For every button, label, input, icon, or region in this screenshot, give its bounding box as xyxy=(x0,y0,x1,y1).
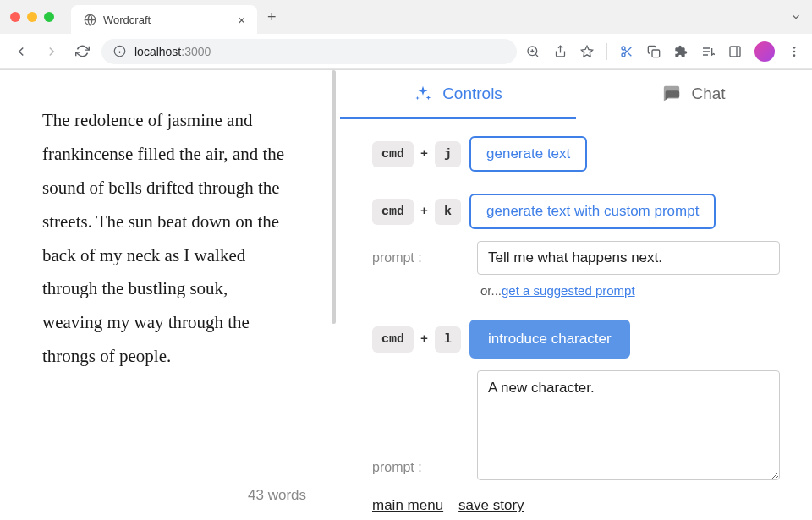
menu-icon[interactable] xyxy=(787,44,802,59)
prompt-label: prompt : xyxy=(372,250,465,265)
address-bar[interactable]: localhost:3000 xyxy=(102,39,517,64)
key-cmd: cmd xyxy=(372,141,414,167)
tab-overflow-button[interactable] xyxy=(790,11,802,23)
close-window-button[interactable] xyxy=(10,12,20,22)
svg-rect-5 xyxy=(652,50,660,57)
generate-text-button[interactable]: generate text xyxy=(469,136,587,172)
svg-point-7 xyxy=(793,47,796,49)
sparkle-icon xyxy=(414,85,432,103)
maximize-window-button[interactable] xyxy=(44,12,54,22)
story-text[interactable]: The redolence of jasmine and frankincens… xyxy=(42,104,289,374)
generate-custom-button[interactable]: generate text with custom prompt xyxy=(469,194,716,229)
back-button[interactable] xyxy=(10,41,32,63)
info-icon xyxy=(113,45,126,57)
prompt-label: prompt : xyxy=(372,460,465,475)
key-l: l xyxy=(435,326,461,353)
forward-button[interactable] xyxy=(41,41,63,63)
close-tab-button[interactable]: × xyxy=(238,13,245,27)
extensions-icon[interactable] xyxy=(673,44,689,59)
copy-icon[interactable] xyxy=(646,44,661,59)
window-controls[interactable] xyxy=(10,12,54,22)
scissors-icon[interactable] xyxy=(619,44,634,59)
key-cmd: cmd xyxy=(372,326,414,353)
sidepanel-icon[interactable] xyxy=(727,44,743,59)
editor-pane[interactable]: The redolence of jasmine and frankincens… xyxy=(0,70,332,520)
profile-avatar[interactable] xyxy=(754,41,775,62)
globe-icon xyxy=(83,13,96,26)
zoom-icon[interactable] xyxy=(525,44,540,59)
svg-point-8 xyxy=(793,50,796,52)
word-count: 43 words xyxy=(248,487,306,504)
pane-splitter[interactable] xyxy=(332,70,340,520)
key-j: j xyxy=(435,141,461,167)
reading-list-icon[interactable] xyxy=(700,44,716,59)
key-plus: + xyxy=(420,332,428,347)
tab-chat-label: Chat xyxy=(691,85,725,103)
shortcut-introduce-character: cmd + l xyxy=(372,326,461,353)
key-cmd: cmd xyxy=(372,199,414,225)
key-plus: + xyxy=(420,205,428,219)
tab-chat[interactable]: Chat xyxy=(576,70,812,119)
browser-tab[interactable]: Wordcraft × xyxy=(71,5,257,34)
svg-rect-6 xyxy=(730,47,740,57)
suggested-prompt-link[interactable]: get a suggested prompt xyxy=(502,283,635,298)
new-tab-button[interactable]: + xyxy=(267,8,277,26)
save-story-link[interactable]: save story xyxy=(458,497,524,514)
introduce-character-button[interactable]: introduce character xyxy=(469,320,630,359)
address-port: :3000 xyxy=(181,45,211,58)
key-plus: + xyxy=(420,147,428,161)
minimize-window-button[interactable] xyxy=(27,12,37,22)
character-prompt-textarea[interactable] xyxy=(477,370,780,480)
shortcut-custom-prompt: cmd + k xyxy=(372,199,461,225)
key-k: k xyxy=(435,199,461,225)
or-text: or... xyxy=(480,283,502,298)
reload-button[interactable] xyxy=(71,41,93,63)
star-icon[interactable] xyxy=(579,44,595,59)
share-icon[interactable] xyxy=(552,44,568,59)
chat-icon xyxy=(662,85,681,103)
tab-title: Wordcraft xyxy=(103,14,151,26)
shortcut-generate-text: cmd + j xyxy=(372,141,461,167)
svg-point-9 xyxy=(793,54,796,57)
address-host: localhost xyxy=(134,45,181,58)
main-menu-link[interactable]: main menu xyxy=(372,497,443,514)
tab-controls[interactable]: Controls xyxy=(340,70,576,119)
custom-prompt-input[interactable] xyxy=(477,241,780,275)
tab-controls-label: Controls xyxy=(442,85,502,103)
